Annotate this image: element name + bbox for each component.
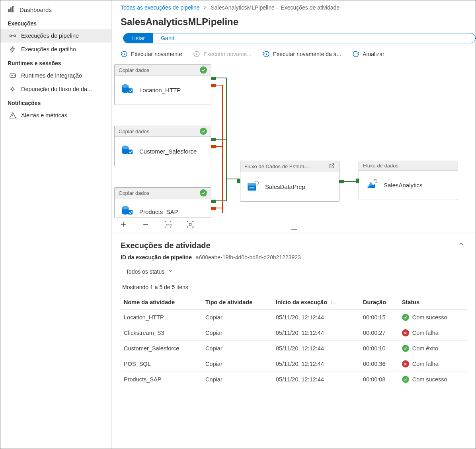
col-duration[interactable]: Duração <box>360 295 399 310</box>
zoom-fit-button[interactable] <box>185 219 195 229</box>
cell-activity-name: Location_HTTP <box>121 310 202 325</box>
pipeline-canvas[interactable]: Copiar dadosLocation_HTTPCopiar dadosCus… <box>112 62 476 233</box>
chevron-down-icon <box>168 268 173 275</box>
col-activity-name[interactable]: Nome da atividade <box>121 295 202 310</box>
dataflow-icon <box>365 178 378 192</box>
refresh-button[interactable]: Atualizar <box>352 51 384 58</box>
node-type-label: Copiar dados <box>119 128 149 134</box>
col-activity-type[interactable]: Tipo de atividade <box>202 295 273 310</box>
database-icon <box>120 204 134 218</box>
output-port-failure[interactable] <box>211 84 216 87</box>
rerun-button[interactable]: Executar novamente <box>121 51 182 58</box>
activity-runs-panel: Execuções de atividade ID da execução de… <box>112 233 476 387</box>
database-icon <box>120 83 134 97</box>
svg-point-4 <box>14 35 16 37</box>
runtime-icon <box>9 72 16 79</box>
cell-status: Com sucesso <box>399 372 467 387</box>
node-type-label: Copiar dados <box>119 67 149 73</box>
cell-run-start: 05/11/20, 12:12:44 <box>273 356 360 372</box>
refresh-icon <box>352 51 359 58</box>
sidebar: Dashboards Execuções Execuções de pipeli… <box>0 0 112 449</box>
zoom-100-button[interactable]: 100% <box>163 219 173 229</box>
node-name: Products_SAP <box>139 208 178 215</box>
sidebar-section-notifications: Notificações <box>0 96 111 109</box>
sidebar-item-integration-runtimes[interactable]: Runtimes de integração <box>0 69 111 82</box>
svg-rect-1 <box>11 8 12 12</box>
debug-icon <box>9 86 16 93</box>
table-row[interactable]: POS_SQLCopiar05/11/20, 12:12:4400:00:36C… <box>121 356 467 372</box>
svg-marker-7 <box>124 53 125 55</box>
output-port-success[interactable] <box>211 138 216 141</box>
input-port[interactable] <box>356 179 359 183</box>
col-run-start[interactable]: Início da execução ↑↓ <box>273 295 360 310</box>
table-row[interactable]: Customer_SalesforceCopiar05/11/20, 12:12… <box>121 341 467 356</box>
toolbar: Executar novamente Executar novame... Ex… <box>112 49 476 62</box>
pipeline-icon <box>9 32 16 39</box>
cell-run-start: 05/11/20, 12:12:44 <box>273 341 360 356</box>
svg-point-6 <box>12 88 14 90</box>
graph-node-prod[interactable]: Copiar dadosProducts_SAP <box>114 187 211 218</box>
output-port-failure[interactable] <box>211 145 216 148</box>
rerun-activity-label: Executar novamente da a... <box>273 51 341 57</box>
sidebar-item-dashboards[interactable]: Dashboards <box>0 3 111 16</box>
rerun-from-activity-button[interactable]: Executar novamente da a... <box>263 51 341 58</box>
view-toggle-gantt[interactable]: Gantt <box>153 33 182 43</box>
cell-activity-name: Products_SAP <box>121 372 202 387</box>
output-port-failure[interactable] <box>211 207 216 210</box>
status-success-icon <box>402 376 409 383</box>
sidebar-item-label: Depuração do fluxo de da... <box>21 86 92 92</box>
node-name: Location_HTTP <box>139 87 181 93</box>
table-row[interactable]: Products_SAPCopiar05/11/20, 12:12:4400:0… <box>121 372 467 387</box>
sidebar-item-pipeline-runs[interactable]: Execuções de pipeline <box>0 29 111 43</box>
svg-point-17 <box>122 206 129 210</box>
status-filter-dropdown[interactable]: Todos os status <box>121 265 178 278</box>
zoom-in-button[interactable] <box>118 219 129 229</box>
graph-node-loc[interactable]: Copiar dadosLocation_HTTP <box>114 64 211 105</box>
pipeline-run-id: ID da execução de pipeline a600eabe-19fb… <box>121 254 467 260</box>
sidebar-item-label: Alertas e métricas <box>21 112 67 119</box>
collapse-panel-button[interactable] <box>458 241 464 248</box>
sidebar-item-dataflow-debug[interactable]: Depuração do fluxo de da... <box>0 82 111 96</box>
node-type-label: Fluxo de dados <box>363 163 398 169</box>
zoom-out-button[interactable] <box>140 219 151 229</box>
output-port-success[interactable] <box>339 180 344 183</box>
cell-activity-name: Customer_Salesforce <box>121 341 202 356</box>
sidebar-item-trigger-runs[interactable]: Execuções de gatilho <box>0 43 111 56</box>
table-row[interactable]: Clickstream_S3Copiar05/11/20, 12:12:4400… <box>121 325 467 341</box>
cell-activity-type: Copiar <box>202 310 273 325</box>
col-status[interactable]: Status <box>399 295 467 310</box>
breadcrumb-root-link[interactable]: Todas as execuções de pipeline <box>121 4 199 11</box>
trigger-icon <box>9 46 16 53</box>
node-name: Customer_Salesforce <box>139 148 197 155</box>
table-row[interactable]: Location_HTTPCopiar05/11/20, 12:12:4400:… <box>121 310 467 325</box>
activity-runs-table: Nome da atividade Tipo de atividade Iníc… <box>121 295 467 387</box>
svg-rect-22 <box>189 224 191 225</box>
rerun-from-button: Executar novame... <box>193 51 252 58</box>
output-port-success[interactable] <box>211 200 216 203</box>
rerun-from-label: Executar novame... <box>203 51 252 57</box>
view-toggle-list[interactable]: Listar <box>123 33 153 43</box>
cell-run-start: 05/11/20, 12:12:44 <box>273 325 360 341</box>
open-external-icon[interactable] <box>329 163 335 170</box>
svg-text:100%: 100% <box>166 224 172 226</box>
status-success-icon <box>200 66 207 74</box>
page-title: SalesAnalyticsMLPipeline <box>112 13 476 33</box>
graph-node-cust[interactable]: Copiar dadosCustomer_Salesforce <box>114 126 211 166</box>
cell-status: Com êxito <box>399 341 467 356</box>
cell-status: Com falha <box>399 325 467 341</box>
main: Todas as execuções de pipeline > SalesAn… <box>112 0 476 449</box>
activity-runs-title: Execuções de atividade <box>121 241 467 250</box>
sidebar-item-alerts[interactable]: Alertas e métricas <box>0 109 111 122</box>
panel-resize-handle[interactable]: — <box>291 226 296 233</box>
svg-rect-20 <box>248 183 256 186</box>
canvas-tools: 100% <box>118 219 195 229</box>
graph-node-ana[interactable]: Fluxo de dadosSalesAnalytics <box>359 161 458 200</box>
cell-duration: 00:00:27 <box>360 325 399 341</box>
output-port-success[interactable] <box>211 77 216 80</box>
cell-activity-name: Clickstream_S3 <box>121 325 202 341</box>
rerun-icon <box>121 51 128 58</box>
graph-node-prep[interactable]: Fluxo de Dados de Estrutu...SalesDataPre… <box>240 161 339 202</box>
input-port[interactable] <box>237 179 240 183</box>
cell-activity-type: Copiar <box>202 341 273 356</box>
barchart-icon <box>8 6 15 13</box>
